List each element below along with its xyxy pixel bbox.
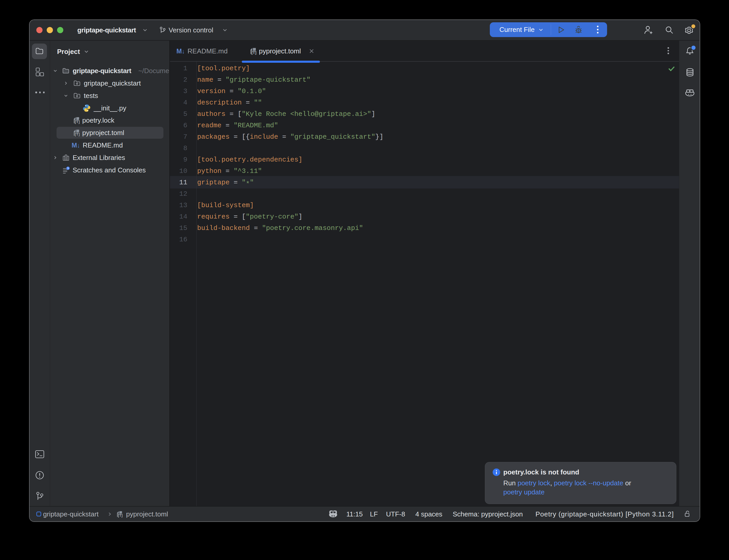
svg-text:[T]: [T] [251, 50, 256, 55]
svg-text:[T]: [T] [118, 513, 123, 517]
svg-text:[T]: [T] [75, 132, 80, 136]
svg-text:[T]: [T] [75, 120, 80, 124]
